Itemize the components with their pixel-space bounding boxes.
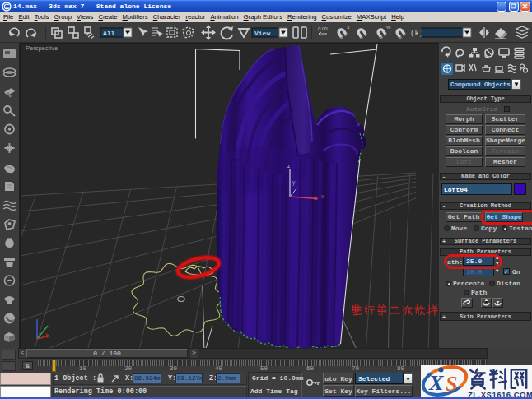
svg-text:z: z <box>287 163 290 169</box>
svg-text:%: % <box>386 25 391 30</box>
svg-text:All: All <box>103 30 115 37</box>
svg-text:3: 3 <box>347 25 350 30</box>
svg-text:X: X <box>428 371 444 395</box>
svg-text:0.00: 0.00 <box>318 26 328 31</box>
svg-text:M: M <box>12 318 15 323</box>
svg-text:View: View <box>254 30 270 37</box>
svg-text:S: S <box>446 372 457 396</box>
svg-text:Perspective: Perspective <box>26 44 58 52</box>
